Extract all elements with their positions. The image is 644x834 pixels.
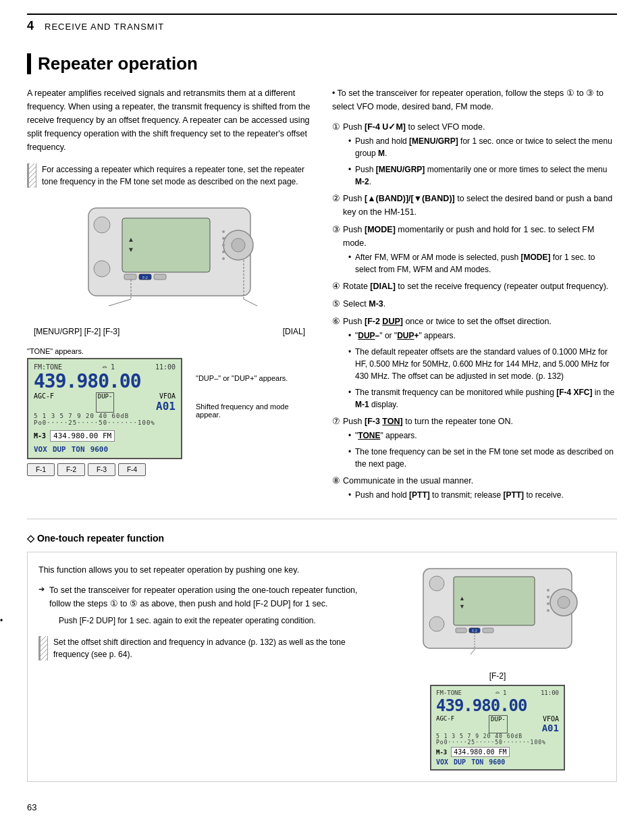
step-6-sub-1: "DUP–" or "DUP+" appears. <box>348 330 617 342</box>
one-touch-sub: Push [F-2 DUP] for 1 sec. again to exit … <box>38 615 376 627</box>
step-list: ① Push [F-4 U✓M] to select VFO mode. Pus… <box>332 120 617 501</box>
lcd-baud: 9600 <box>90 445 109 454</box>
small-lcd-top: FM-TONE ⌓ 1 11:00 <box>436 689 559 696</box>
step-8-num: ⑧ <box>332 474 340 488</box>
page-title: RECEIVE AND TRANSMIT <box>45 22 164 32</box>
svg-point-11 <box>222 244 225 246</box>
step-8: ⑧ Communicate in the usual manner. Push … <box>332 474 617 501</box>
svg-point-34 <box>547 609 549 612</box>
one-touch-left: This function allows you to set repeater… <box>38 563 376 771</box>
svg-line-38 <box>471 650 475 654</box>
step-3: ③ Push [MODE] momentarily or push and ho… <box>332 223 617 276</box>
step-4-num: ④ <box>332 280 340 293</box>
svg-point-5 <box>232 238 245 252</box>
svg-rect-1 <box>122 218 210 272</box>
page-number: 4 <box>27 19 34 33</box>
page-footer: 63 <box>27 802 617 812</box>
svg-point-9 <box>222 230 225 233</box>
step-1: ① Push [F-4 U✓M] to select VFO mode. Pus… <box>332 120 617 188</box>
lcd-agc: AGC-F <box>34 392 54 413</box>
step-7-sub-2: The tone frequency can be set in the FM … <box>348 446 617 470</box>
svg-rect-8 <box>154 274 166 280</box>
one-touch-arrow-item: To set the transceiver for repeater oper… <box>38 583 376 610</box>
svg-rect-29 <box>483 628 493 633</box>
lcd-section: "TONE" appears. FM:TONE ⌓ 1 11:00 439.98… <box>27 347 312 476</box>
svg-line-18 <box>109 299 131 306</box>
func-key-f3[interactable]: F-3 <box>88 463 115 476</box>
lcd-dup-label: DUP <box>53 445 66 454</box>
func-key-f4[interactable]: F-4 <box>118 463 146 476</box>
main-content: A repeater amplifies received signals an… <box>27 86 617 505</box>
lcd-ton: TON <box>72 445 85 454</box>
lcd-bottom-row: VOX DUP TON 9600 <box>34 445 176 454</box>
func-key-f2[interactable]: F-2 <box>57 463 85 476</box>
lcd-display: FM:TONE ⌓ 1 11:00 439.980.00 AGC-F DUP- … <box>27 358 182 459</box>
lcd-vfoa: VFOA A01 <box>156 392 176 413</box>
svg-line-20 <box>244 299 257 306</box>
right-label: [DIAL] <box>283 327 305 336</box>
svg-rect-22 <box>454 577 535 625</box>
left-label: [MENU/GRP] [F-2] [F-3] <box>34 327 119 336</box>
step-7: ⑦ Push [F-3 TON] to turn the repeater to… <box>332 415 617 470</box>
step-1-sub-1: Push and hold [MENU/GRP] for 1 sec. once… <box>348 135 617 159</box>
svg-point-3 <box>94 261 110 277</box>
page-header: 4 RECEIVE AND TRANSMIT <box>27 14 617 33</box>
lcd-wrapper: "TONE" appears. FM:TONE ⌓ 1 11:00 439.98… <box>27 347 182 476</box>
step-7-subs: "TONE" appears. The tone frequency can b… <box>343 429 617 470</box>
lcd-dup: DUP- <box>96 392 115 413</box>
lcd-m3: M-3 <box>34 432 46 440</box>
func-key-f1[interactable]: F-1 <box>27 463 55 476</box>
one-touch-title: One-touch repeater function <box>27 533 617 544</box>
small-radio-svg: F-2 ▲ ▼ <box>403 563 592 664</box>
svg-point-13 <box>222 257 225 260</box>
f2-label: [F-2] <box>489 671 506 681</box>
radio-image: F-2 ▲ ▼ <box>27 201 312 316</box>
svg-point-31 <box>547 589 549 592</box>
one-touch-desc: This function allows you to set repeater… <box>38 563 376 577</box>
lcd-shift-row: M-3 434.980.00 FM <box>34 428 176 444</box>
svg-rect-27 <box>456 628 466 633</box>
svg-point-10 <box>222 237 225 240</box>
shifted-appears-label: Shifted frequency and mode appear. <box>196 402 312 419</box>
note-text: For accessing a repeater which requires … <box>42 163 312 188</box>
step-6: ⑥ Push [F-2 DUP] once or twice to set th… <box>332 315 617 411</box>
small-lcd-freq: 439.980.00 <box>436 698 559 714</box>
small-lcd-shift-row: M-3 434.980.00 FM <box>436 747 559 757</box>
step-8-subs: Push and hold [PTT] to transmit; release… <box>343 489 617 501</box>
step-8-sub-1: Push and hold [PTT] to transmit; release… <box>348 489 617 501</box>
lcd-time: 11:00 <box>155 363 176 371</box>
lcd-vox: VOX <box>34 445 47 454</box>
radio-labels: [MENU/GRP] [F-2] [F-3] [DIAL] <box>27 327 312 336</box>
one-touch-box: This function allows you to set repeater… <box>27 552 617 782</box>
footer-page-number: 63 <box>27 802 36 812</box>
step-4: ④ Rotate [DIAL] to set the receive frequ… <box>332 280 617 293</box>
step-6-sub-2: The default repeater offsets are the sta… <box>348 346 617 382</box>
svg-text:F-2: F-2 <box>142 276 148 280</box>
step-3-num: ③ <box>332 223 340 236</box>
lcd-bar: 5 1 3 5 7 9 20 40 60dB <box>34 413 176 419</box>
lcd-progress: Po0·····25·····50·······100% <box>34 419 176 426</box>
step-6-sub-3: The transmit frequency can be monitored … <box>348 386 617 411</box>
lcd-mid-row: AGC-F DUP- VFOA A01 <box>34 392 176 413</box>
step-6-num: ⑥ <box>332 315 340 328</box>
tone-appears-label: "TONE" appears. <box>27 347 182 355</box>
step-1-subs: Push and hold [MENU/GRP] for 1 sec. once… <box>343 135 617 188</box>
note-decoration <box>27 163 36 188</box>
step-5-num: ⑤ <box>332 297 340 311</box>
svg-point-24 <box>429 617 444 631</box>
step-6-subs: "DUP–" or "DUP+" appears. The default re… <box>343 330 617 411</box>
one-touch-note: Set the offset shift direction and frequ… <box>38 633 376 663</box>
note-box: For accessing a repeater which requires … <box>27 161 312 190</box>
svg-text:▲: ▲ <box>459 595 465 602</box>
step-1-num: ① <box>332 120 340 134</box>
step-5: ⑤ Select M-3. <box>332 297 617 311</box>
dup-appears-label: "DUP–" or "DUP+" appears. <box>196 374 312 382</box>
svg-point-32 <box>547 596 549 598</box>
step-1-sub-2: Push [MENU/GRP] momentarily one or more … <box>348 163 617 188</box>
lcd-shift-freq: 434.980.00 FM <box>50 430 115 442</box>
small-lcd: FM-TONE ⌓ 1 11:00 439.980.00 AGC-F DUP- … <box>430 685 565 771</box>
section-title: Repeater operation <box>27 53 617 74</box>
lcd-freq-main: 439.980.00 <box>34 372 176 391</box>
small-lcd-mid: AGC-F DUP- VFOA A01 <box>436 715 559 733</box>
small-radio-container: F-2 ▲ ▼ [F-2] FM-TONE ⌓ 1 <box>390 563 606 771</box>
